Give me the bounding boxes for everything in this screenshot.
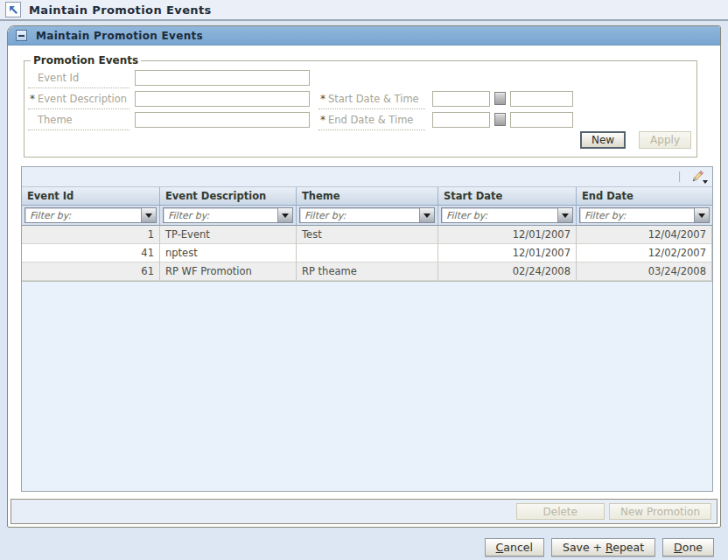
column-header-end-date[interactable]: End Date (577, 187, 712, 206)
dropdown-arrow-icon[interactable] (419, 208, 434, 222)
required-marker: * (320, 93, 328, 105)
done-button[interactable]: Done (662, 538, 714, 556)
toolbar-separator (679, 172, 681, 182)
new-button[interactable]: New (580, 131, 626, 149)
end-time-field[interactable] (510, 112, 573, 128)
event-id-label: Event Id (28, 70, 130, 88)
column-header-event-description[interactable]: Event Description (160, 187, 297, 206)
theme-label: Theme (28, 112, 130, 130)
required-marker: * (30, 93, 38, 105)
filter-dropdown-theme[interactable]: Filter by: (299, 207, 435, 223)
collapse-panel-button[interactable] (16, 30, 27, 41)
table-empty-area (22, 281, 712, 491)
panel-header: Maintain Promotion Events (8, 26, 720, 46)
maintain-promotion-events-panel: Maintain Promotion Events Promotion Even… (7, 25, 721, 528)
start-date-field[interactable] (432, 91, 490, 107)
table-filter-row: Filter by: Filter by: Filter by: (22, 206, 712, 226)
filter-dropdown-end-date[interactable]: Filter by: (579, 207, 710, 223)
filter-dropdown-event-description[interactable]: Filter by: (163, 207, 293, 223)
dropdown-arrow-icon[interactable] (557, 208, 572, 222)
dialog-action-bar: Cancel Save + Repeat Done (7, 528, 721, 556)
theme-field[interactable] (135, 112, 310, 128)
edit-columns-button[interactable] (687, 169, 708, 186)
panel-title: Maintain Promotion Events (36, 30, 203, 42)
table-row[interactable]: 1 TP-Event Test 12/01/2007 12/04/2007 (22, 226, 712, 244)
apply-button[interactable]: Apply (639, 131, 691, 149)
table-header-row: Event Id Event Description Theme Start D… (22, 187, 712, 206)
start-datetime-row: * Start Date & Time (318, 91, 573, 112)
end-datetime-label: * End Date & Time (318, 112, 425, 130)
minus-icon (18, 35, 24, 37)
event-description-row: * Event Description (28, 91, 318, 112)
start-datetime-label: * Start Date & Time (318, 91, 425, 109)
save-repeat-button[interactable]: Save + Repeat (551, 538, 655, 556)
new-promotion-button[interactable]: New Promotion (609, 503, 711, 520)
table-row[interactable]: 41 nptest 12/01/2007 12/02/2007 (22, 244, 712, 262)
event-description-label: * Event Description (28, 91, 130, 109)
dropdown-arrow-icon[interactable] (141, 208, 156, 222)
dropdown-arrow-icon[interactable] (694, 208, 709, 222)
chevron-down-icon (703, 180, 708, 184)
arrow-up-left-icon (9, 5, 18, 15)
delete-button[interactable]: Delete (516, 503, 605, 520)
page-content: Maintain Promotion Events Promotion Even… (0, 21, 728, 556)
event-id-field[interactable] (135, 70, 310, 86)
end-datetime-row: * End Date & Time (318, 112, 573, 133)
promotion-events-table: Event Id Event Description Theme Start D… (21, 166, 713, 492)
column-header-event-id[interactable]: Event Id (22, 187, 160, 206)
promotion-events-fieldset: Promotion Events Event Id * (24, 54, 697, 158)
start-time-field[interactable] (510, 91, 573, 107)
fieldset-legend: Promotion Events (31, 54, 141, 66)
column-header-theme[interactable]: Theme (297, 187, 438, 206)
filter-dropdown-start-date[interactable]: Filter by: (441, 207, 573, 223)
cancel-button[interactable]: Cancel (485, 538, 544, 556)
event-description-field[interactable] (135, 91, 310, 107)
filter-dropdown-event-id[interactable]: Filter by: (24, 207, 157, 223)
dropdown-arrow-icon[interactable] (277, 208, 292, 222)
window-titlebar: Maintain Promotion Events (0, 0, 728, 21)
required-marker: * (320, 114, 328, 126)
panel-body: Promotion Events Event Id * (8, 46, 720, 496)
table-row[interactable]: 61 RP WF Promotion RP theame 02/24/2008 … (22, 262, 712, 281)
page-title: Maintain Promotion Events (29, 4, 212, 17)
panel-footer: Delete New Promotion (10, 499, 718, 524)
theme-row: Theme (28, 112, 318, 133)
table-toolbar (22, 167, 712, 187)
start-date-calendar-icon[interactable] (494, 92, 506, 105)
end-date-calendar-icon[interactable] (494, 113, 506, 126)
event-id-row: Event Id (28, 70, 318, 91)
column-header-start-date[interactable]: Start Date (438, 187, 577, 206)
restore-window-button[interactable] (5, 2, 21, 18)
end-date-field[interactable] (432, 112, 490, 128)
